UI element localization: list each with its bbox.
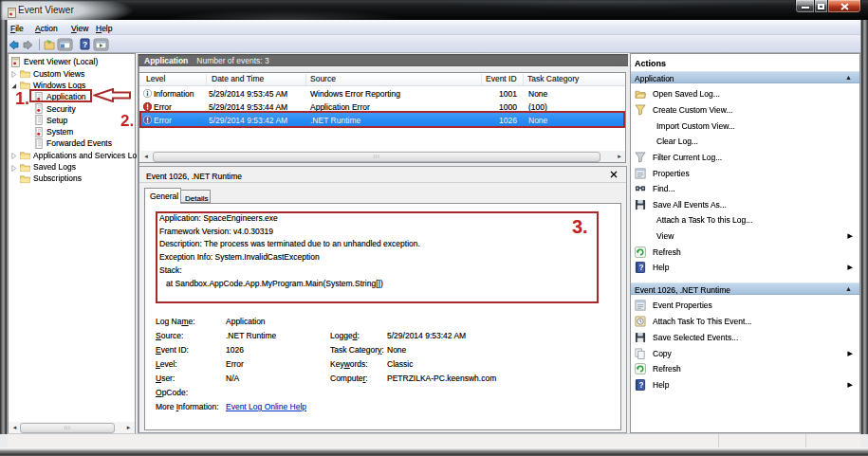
svg-text:?: ? <box>83 40 87 49</box>
svg-text:?: ? <box>638 380 643 390</box>
svg-text:?: ? <box>638 263 643 272</box>
